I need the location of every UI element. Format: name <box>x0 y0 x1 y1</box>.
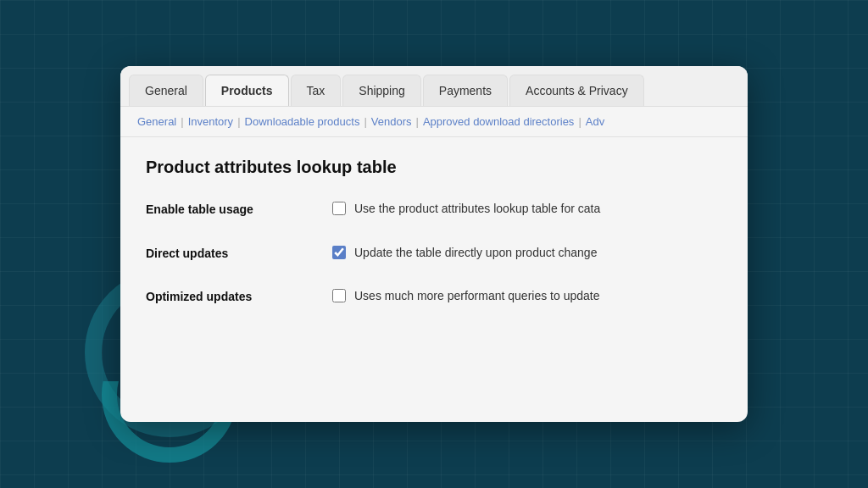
subnav-general[interactable]: General <box>137 115 176 128</box>
tab-accounts-privacy[interactable]: Accounts & Privacy <box>509 75 644 106</box>
optimized-updates-checkbox-wrapper[interactable] <box>332 289 346 302</box>
enable-table-control: Use the product attributes lookup table … <box>332 201 722 218</box>
tab-payments[interactable]: Payments <box>423 75 508 106</box>
optimized-updates-checkbox[interactable] <box>332 289 346 302</box>
content-area: Product attributes lookup table Enable t… <box>120 137 748 349</box>
direct-updates-checkbox[interactable] <box>332 246 346 259</box>
subnav-sep-2: | <box>237 115 240 128</box>
optimized-updates-description: Uses much more performant queries to upd… <box>354 288 599 305</box>
enable-table-description: Use the product attributes lookup table … <box>354 201 600 218</box>
section-title: Product attributes lookup table <box>146 158 722 177</box>
subnav-sep-1: | <box>181 115 183 128</box>
setting-row-direct-updates: Direct updates Update the table directly… <box>146 241 722 262</box>
direct-updates-label: Direct updates <box>146 245 315 260</box>
subnav-sep-3: | <box>364 115 366 128</box>
subnav-downloadable[interactable]: Downloadable products <box>245 115 360 128</box>
tab-general[interactable]: General <box>129 75 203 106</box>
tab-shipping[interactable]: Shipping <box>342 75 421 106</box>
settings-card: General Products Tax Shipping Payments A… <box>120 66 748 422</box>
subnav-approved-dirs[interactable]: Approved download directories <box>423 115 575 128</box>
direct-updates-checkbox-wrapper[interactable] <box>332 246 346 259</box>
optimized-updates-label: Optimized updates <box>146 288 315 303</box>
sub-navigation: General | Inventory | Downloadable produ… <box>120 107 748 137</box>
setting-row-enable-table: Enable table usage Use the product attri… <box>146 201 722 218</box>
enable-table-checkbox[interactable] <box>332 202 346 215</box>
direct-updates-description: Update the table directly upon product c… <box>354 245 597 262</box>
tabs-bar: General Products Tax Shipping Payments A… <box>120 66 748 107</box>
subnav-inventory[interactable]: Inventory <box>188 115 233 128</box>
tab-tax[interactable]: Tax <box>291 75 342 106</box>
subnav-sep-5: | <box>578 115 581 128</box>
enable-table-label: Enable table usage <box>146 201 315 216</box>
enable-table-checkbox-wrapper[interactable] <box>332 202 346 215</box>
subnav-sep-4: | <box>415 115 418 128</box>
setting-row-optimized-updates: Optimized updates Uses much more perform… <box>146 285 722 305</box>
subnav-adv[interactable]: Adv <box>586 115 604 128</box>
direct-updates-control: Update the table directly upon product c… <box>332 245 722 262</box>
tab-products[interactable]: Products <box>205 75 289 106</box>
subnav-vendors[interactable]: Vendors <box>371 115 412 128</box>
optimized-updates-control: Uses much more performant queries to upd… <box>332 288 722 305</box>
